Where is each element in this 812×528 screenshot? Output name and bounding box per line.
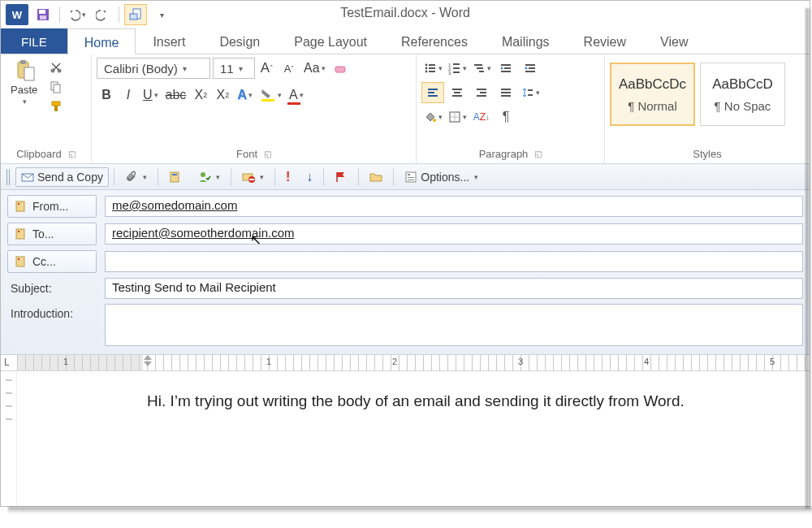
copy-button[interactable] (47, 79, 65, 95)
shading-button[interactable]: ▾ (421, 106, 444, 128)
dialog-launcher-icon[interactable]: ◱ (68, 149, 76, 158)
highlight-button[interactable]: ▾ (257, 85, 284, 105)
font-size-combo[interactable]: 11 ▾ (213, 58, 255, 79)
subscript-button[interactable]: X2 (191, 85, 210, 105)
svg-rect-11 (54, 84, 60, 93)
toolbar-grip[interactable] (6, 169, 11, 185)
dialog-launcher-icon[interactable]: ◱ (534, 149, 542, 158)
grow-font-button[interactable]: A˄ (257, 58, 277, 78)
borders-button[interactable]: ▾ (446, 106, 469, 128)
subject-input[interactable]: Testing Send to Mail Recipient (105, 278, 803, 299)
from-button[interactable]: From... (7, 195, 97, 218)
justify-button[interactable] (495, 82, 517, 103)
attach-button[interactable]: ▾ (119, 167, 153, 187)
address-book-button[interactable] (163, 167, 188, 187)
tab-view[interactable]: View (643, 28, 705, 54)
qat-undo-button[interactable]: ▾ (65, 4, 88, 25)
send-a-copy-button[interactable]: Send a Copy (15, 167, 109, 187)
decrease-indent-button[interactable] (495, 58, 517, 79)
copy-icon (50, 80, 63, 93)
underline-button[interactable]: U▾ (140, 85, 161, 105)
cc-input[interactable] (105, 251, 803, 272)
permission-button[interactable]: ▾ (236, 167, 270, 187)
options-button[interactable]: Options...▾ (399, 167, 484, 187)
ruler-number: 3 (518, 357, 523, 366)
format-painter-button[interactable] (47, 98, 65, 115)
to-button[interactable]: To... (7, 223, 97, 245)
flag-icon (335, 171, 348, 184)
numbering-button[interactable]: 123▾ (446, 58, 469, 79)
tab-insert[interactable]: Insert (136, 28, 202, 54)
multilevel-list-button[interactable]: ▾ (470, 58, 493, 79)
tab-design[interactable]: Design (202, 28, 277, 54)
align-left-button[interactable] (421, 82, 444, 103)
bullets-button[interactable]: ▾ (421, 58, 444, 79)
shrink-font-button[interactable]: A˅ (279, 58, 299, 78)
tab-home[interactable]: Home (67, 28, 136, 54)
send-to-mail-icon (129, 8, 142, 21)
tab-review[interactable]: Review (567, 28, 643, 54)
placeholder (543, 82, 566, 103)
align-center-button[interactable] (446, 82, 469, 103)
style-no-spacing[interactable]: AaBbCcD ¶ No Spac (700, 63, 785, 126)
indent-marker[interactable] (144, 355, 152, 368)
tab-references[interactable]: References (384, 28, 485, 54)
svg-rect-70 (16, 257, 24, 266)
ruler-number: 4 (644, 357, 649, 366)
vertical-ruler[interactable] (1, 371, 17, 506)
line-spacing-button[interactable]: ▾ (519, 82, 542, 103)
font-name-combo[interactable]: Calibri (Body) ▾ (97, 58, 210, 79)
svg-rect-30 (479, 71, 484, 72)
superscript-button[interactable]: X2 (213, 85, 232, 105)
italic-button[interactable]: I (119, 85, 138, 105)
paste-button[interactable]: Paste ▾ (6, 58, 42, 107)
svg-rect-36 (525, 71, 535, 72)
undo-icon (67, 8, 80, 21)
font-size-value: 11 (220, 62, 234, 76)
tab-selector[interactable]: L (4, 357, 10, 368)
show-marks-button[interactable]: ¶ (495, 106, 517, 128)
dialog-launcher-icon[interactable]: ◱ (264, 149, 271, 158)
low-importance-button[interactable]: ↓ (300, 167, 318, 187)
chevron-down-icon: ▾ (278, 91, 282, 99)
from-input[interactable]: me@somedomain.com (105, 196, 803, 217)
strikethrough-button[interactable]: abc (163, 85, 189, 105)
toolbar-separator (358, 168, 359, 186)
font-color-button[interactable]: A▾ (287, 85, 306, 105)
high-importance-button[interactable]: ! (280, 167, 296, 187)
document-page[interactable]: Hi. I’m trying out writing the body of a… (17, 371, 810, 506)
increase-indent-button[interactable] (519, 58, 542, 79)
qat-customize-button[interactable]: ▾ (150, 4, 173, 25)
tab-mailings[interactable]: Mailings (485, 28, 567, 54)
svg-rect-21 (429, 71, 435, 72)
chevron-down-icon: ▾ (143, 173, 147, 181)
align-right-button[interactable] (470, 82, 493, 103)
to-input[interactable]: recipient@someotherdomain.com (105, 223, 803, 245)
sort-button[interactable]: AZ↓ (470, 106, 493, 128)
ribbon: Paste ▾ Clipboard ◱ (1, 54, 810, 164)
clear-formatting-button[interactable] (330, 58, 350, 78)
address-book-icon (15, 255, 28, 268)
line-spacing-icon (521, 86, 534, 99)
svg-rect-37 (428, 89, 438, 90)
cut-button[interactable] (47, 59, 65, 76)
qat-send-mail-button[interactable] (124, 4, 147, 25)
bold-button[interactable]: B (97, 85, 116, 105)
document-body-text: Hi. I’m trying out writing the body of a… (147, 392, 685, 409)
qat-save-button[interactable] (32, 4, 54, 25)
change-case-button[interactable]: Aa▾ (301, 58, 328, 78)
text-effects-button[interactable]: A▾ (235, 85, 255, 105)
cc-button[interactable]: Cc... (7, 250, 97, 273)
svg-rect-47 (501, 92, 511, 93)
introduction-input[interactable] (105, 304, 803, 346)
tab-file[interactable]: FILE (1, 28, 67, 54)
tab-page-layout[interactable]: Page Layout (277, 28, 384, 54)
qat-redo-button[interactable] (91, 4, 114, 25)
follow-up-flag-button[interactable] (329, 167, 353, 187)
check-names-button[interactable]: ▾ (192, 167, 226, 187)
chevron-down-icon: ▾ (154, 91, 158, 99)
style-normal[interactable]: AaBbCcDc ¶ Normal (610, 63, 695, 126)
svg-rect-68 (16, 229, 24, 239)
horizontal-ruler[interactable]: L 1 1 2 3 4 5 (1, 355, 810, 371)
create-rule-button[interactable] (364, 167, 388, 187)
